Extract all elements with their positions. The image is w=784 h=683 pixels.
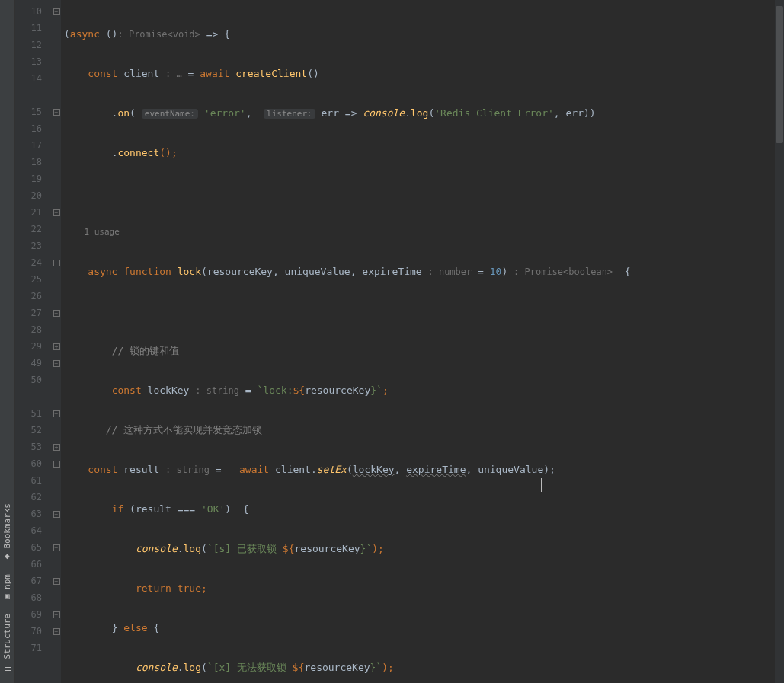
code-text: { bbox=[148, 622, 160, 634]
code-text: console bbox=[136, 662, 178, 673]
code-text: ${ bbox=[293, 662, 305, 673]
scroll-thumb[interactable] bbox=[776, 6, 783, 143]
code-text: 'OK' bbox=[201, 503, 225, 515]
code-text: { bbox=[613, 266, 630, 277]
line-number: 10 bbox=[15, 3, 51, 20]
code-text: log bbox=[184, 662, 201, 673]
line-number: 27 bbox=[15, 305, 51, 321]
code-text: console bbox=[363, 107, 405, 119]
tool-tab-structure[interactable]: ☰ Structure bbox=[1, 608, 14, 678]
code-text: 'error' bbox=[204, 107, 246, 119]
code-text: = bbox=[210, 464, 239, 475]
text-caret bbox=[541, 478, 542, 492]
line-number: 53 bbox=[15, 439, 51, 455]
line-number: 51 bbox=[15, 405, 51, 422]
code-text: . bbox=[178, 662, 184, 673]
fold-toggle[interactable]: − bbox=[53, 360, 60, 367]
code-text: , bbox=[246, 107, 258, 119]
line-number bbox=[15, 388, 51, 405]
line-number: 18 bbox=[15, 154, 51, 171]
line-number: 28 bbox=[15, 321, 51, 338]
tool-tab-npm[interactable]: ▣ npm bbox=[1, 568, 14, 608]
code-text: = bbox=[239, 385, 257, 396]
code-text: . bbox=[405, 107, 411, 119]
fold-toggle[interactable]: − bbox=[53, 260, 60, 266]
fold-toggle[interactable]: + bbox=[53, 343, 60, 350]
code-text: } bbox=[112, 622, 124, 634]
tool-tab-label: Bookmarks bbox=[2, 503, 12, 549]
code-text: // 锁的键和值 bbox=[112, 345, 179, 356]
line-number: 21 bbox=[15, 204, 51, 221]
code-text: (result === bbox=[123, 503, 201, 515]
line-number: 60 bbox=[15, 455, 51, 472]
fold-toggle[interactable]: − bbox=[53, 209, 60, 216]
code-text: setEx bbox=[317, 464, 347, 475]
fold-toggle[interactable]: − bbox=[53, 511, 60, 518]
code-text: = bbox=[472, 266, 489, 277]
code-text: => { bbox=[200, 28, 230, 40]
type-hint: : Promise<boolean> bbox=[514, 266, 613, 277]
code-text: }` bbox=[370, 385, 382, 396]
inlay-hint: eventName: bbox=[142, 109, 198, 119]
code-text: console bbox=[136, 543, 178, 554]
fold-toggle[interactable]: − bbox=[53, 611, 60, 618]
fold-toggle[interactable]: − bbox=[53, 109, 60, 116]
code-text: on bbox=[117, 107, 130, 119]
line-number: 63 bbox=[15, 506, 51, 522]
line-number: 15 bbox=[15, 104, 51, 120]
code-text: ) { bbox=[225, 503, 248, 515]
code-text: ${ bbox=[283, 543, 295, 554]
fold-toggle[interactable]: − bbox=[53, 628, 60, 635]
type-hint: : number bbox=[427, 266, 472, 277]
fold-toggle[interactable]: − bbox=[53, 461, 60, 468]
type-hint: : string bbox=[195, 385, 239, 396]
usage-hint[interactable]: 1 usage bbox=[85, 227, 120, 237]
code-text: () bbox=[307, 68, 319, 79]
code-text: `[x] 无法获取锁 bbox=[207, 662, 293, 673]
line-number: 29 bbox=[15, 338, 51, 355]
code-text: else bbox=[123, 622, 147, 634]
npm-icon: ▣ bbox=[2, 592, 12, 602]
line-number-gutter[interactable]: 10 11 12 13 14 15 16 17 18 19 20 21 22 2… bbox=[15, 0, 52, 683]
fold-toggle[interactable]: + bbox=[53, 444, 60, 451]
line-number: 23 bbox=[15, 238, 51, 254]
fold-toggle[interactable]: − bbox=[53, 578, 60, 585]
code-text: client bbox=[117, 68, 159, 79]
line-number: 50 bbox=[15, 372, 51, 388]
fold-toggle[interactable]: − bbox=[53, 410, 60, 417]
code-text: connect bbox=[117, 147, 159, 158]
code-text: 10 bbox=[490, 266, 502, 277]
structure-icon: ☰ bbox=[2, 662, 12, 672]
line-number bbox=[15, 87, 51, 104]
line-number: 24 bbox=[15, 254, 51, 271]
fold-toggle[interactable]: − bbox=[53, 8, 60, 15]
code-text: // 这种方式不能实现并发竞态加锁 bbox=[106, 424, 262, 436]
line-number: 70 bbox=[15, 623, 51, 640]
code-text: ); bbox=[372, 543, 384, 554]
code-text: client. bbox=[269, 464, 317, 475]
code-text: if bbox=[112, 503, 124, 515]
code-text: }` bbox=[360, 543, 373, 554]
code-area[interactable]: (async (): Promise<void> => { const clie… bbox=[61, 0, 775, 683]
type-hint: : Promise<void> bbox=[117, 29, 200, 40]
code-text: (resourceKey, uniqueValue, expireTime bbox=[201, 266, 422, 277]
code-text: resourceKey bbox=[305, 385, 370, 396]
vertical-scrollbar[interactable] bbox=[775, 0, 784, 683]
tool-window-bar: ◆ Bookmarks ▣ npm ☰ Structure bbox=[0, 0, 15, 683]
code-text: (); bbox=[159, 147, 177, 158]
fold-toggle[interactable]: − bbox=[53, 544, 60, 551]
code-text: 'Redis Client Error' bbox=[434, 107, 554, 119]
code-text: , err)) bbox=[554, 107, 596, 119]
tool-tab-bookmarks[interactable]: ◆ Bookmarks bbox=[1, 497, 14, 568]
fold-gutter: − − − − − + − − + − − − − − − bbox=[52, 0, 61, 683]
line-number: 64 bbox=[15, 522, 51, 539]
code-text: async function bbox=[88, 266, 171, 277]
code-text: const bbox=[88, 464, 117, 475]
code-text: err => bbox=[322, 107, 363, 119]
fold-toggle[interactable]: − bbox=[53, 310, 60, 317]
line-number: 62 bbox=[15, 489, 51, 506]
line-number bbox=[15, 673, 51, 683]
code-text: resourceKey bbox=[304, 662, 370, 673]
code-text: log bbox=[184, 543, 201, 554]
type-hint: : … bbox=[165, 69, 182, 79]
